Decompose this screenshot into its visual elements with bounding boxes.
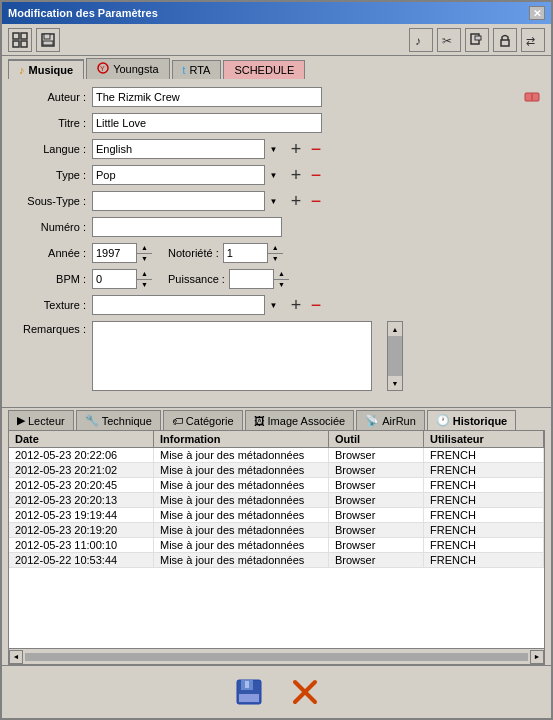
vscroll-down[interactable]: ▼ [388,376,402,390]
remarques-scrollbar[interactable]: ▲ ▼ [387,321,403,391]
th-info: Information [154,431,329,447]
texture-remove-button[interactable]: − [306,295,326,315]
numero-input[interactable] [92,217,282,237]
soustype-add-button[interactable]: + [286,191,306,211]
tab-image[interactable]: 🖼 Image Associée [245,410,355,430]
save-button[interactable] [229,672,269,712]
tab-schedule[interactable]: SCHEDULE [223,60,305,79]
td-info: Mise à jour des métadonnées [154,508,329,522]
bpm-down[interactable]: ▼ [137,280,152,290]
edit-icon [469,32,485,48]
wrench-icon: 🔧 [85,414,99,427]
vscroll-up[interactable]: ▲ [388,322,402,336]
tab-musique[interactable]: ♪ Musique [8,59,84,79]
bpm-label: BPM : [12,273,92,285]
svg-rect-21 [245,681,249,688]
tab-youngsta[interactable]: Y Youngsta [86,58,169,79]
td-date: 2012-05-23 20:21:02 [9,463,154,477]
hscroll-bar[interactable]: ◄ ► [8,649,545,665]
table-row[interactable]: 2012-05-23 20:21:02 Mise à jour des méta… [9,463,544,478]
cancel-button[interactable] [285,672,325,712]
type-remove-button[interactable]: − [306,165,326,185]
td-user: FRENCH [424,493,544,507]
notoriete-up[interactable]: ▲ [268,243,283,254]
td-user: FRENCH [424,463,544,477]
langue-remove-button[interactable]: − [306,139,326,159]
type-add-button[interactable]: + [286,165,306,185]
svg-rect-16 [531,93,533,101]
form-content: Auteur : Titre : Langue : English French… [2,79,551,407]
table-row[interactable]: 2012-05-23 20:20:13 Mise à jour des méta… [9,493,544,508]
close-button[interactable]: ✕ [529,6,545,20]
langue-row: Langue : English French Spanish ▼ + − [12,139,541,159]
title-bar: Modification des Paramètres ✕ [2,2,551,24]
toolbar-right-btn-3[interactable] [465,28,489,52]
td-outil: Browser [329,478,424,492]
th-user: Utilisateur [424,431,544,447]
table-row[interactable]: 2012-05-22 10:53:44 Mise à jour des méta… [9,553,544,568]
notoriete-down[interactable]: ▼ [268,254,283,264]
tab-lecteur[interactable]: ▶ Lecteur [8,410,74,430]
texture-add-button[interactable]: + [286,295,306,315]
type-row: Type : Pop Rock Jazz ▼ + − [12,165,541,185]
td-user: FRENCH [424,553,544,567]
hscroll-right[interactable]: ► [530,650,544,664]
annee-arrows: ▲ ▼ [136,243,152,263]
table-row[interactable]: 2012-05-23 19:19:44 Mise à jour des méta… [9,508,544,523]
remarques-row: Remarques : ▲ ▼ [12,321,541,393]
notoriete-arrows: ▲ ▼ [267,243,283,263]
annee-down[interactable]: ▼ [137,254,152,264]
save-toolbar-icon [40,32,56,48]
toolbar-right-btn-2[interactable]: ✂ [437,28,461,52]
eraser-button[interactable] [523,87,541,109]
table-row[interactable]: 2012-05-23 20:20:45 Mise à jour des méta… [9,478,544,493]
soustype-remove-button[interactable]: − [306,191,326,211]
soustype-select[interactable] [92,191,282,211]
puissance-up[interactable]: ▲ [274,269,289,280]
table-row[interactable]: 2012-05-23 11:00:10 Mise à jour des méta… [9,538,544,553]
scissors-icon: ✂ [441,32,457,48]
td-user: FRENCH [424,478,544,492]
texture-select[interactable] [92,295,282,315]
toolbar-right-btn-1[interactable]: ♪ [409,28,433,52]
soustype-row: Sous-Type : ▼ + − [12,191,541,211]
tab-technique[interactable]: 🔧 Technique [76,410,161,430]
grid-icon [12,32,28,48]
remarques-input[interactable] [92,321,372,391]
bpm-spin: ▲ ▼ [92,269,152,289]
langue-add-button[interactable]: + [286,139,306,159]
tab-airrun[interactable]: 📡 AirRun [356,410,425,430]
titre-input[interactable] [92,113,322,133]
cancel-icon [289,676,321,708]
td-info: Mise à jour des métadonnées [154,478,329,492]
table-row[interactable]: 2012-05-23 20:22:06 Mise à jour des méta… [9,448,544,463]
main-tabs: ♪ Musique Y Youngsta t RTA SCHEDULE [2,56,551,79]
svg-text:♪: ♪ [415,34,421,48]
toolbar-btn-2[interactable] [36,28,60,52]
hscroll-left[interactable]: ◄ [9,650,23,664]
hscroll-track [25,653,528,661]
toolbar-right-btn-4[interactable] [493,28,517,52]
bpm-puissance-row: BPM : ▲ ▼ Puissance : ▲ ▼ [12,269,541,289]
main-window: Modification des Paramètres ✕ ♪ [0,0,553,720]
svg-rect-1 [21,33,27,39]
annee-up[interactable]: ▲ [137,243,152,254]
toolbar-btn-1[interactable] [8,28,32,52]
puissance-down[interactable]: ▼ [274,280,289,290]
auteur-input[interactable] [92,87,322,107]
annee-notoriete-row: Année : ▲ ▼ Notoriété : ▲ ▼ [12,243,541,263]
titre-label: Titre : [12,117,92,129]
type-select[interactable]: Pop Rock Jazz [92,165,282,185]
td-outil: Browser [329,493,424,507]
td-outil: Browser [329,523,424,537]
tab-historique[interactable]: 🕐 Historique [427,410,516,430]
langue-select[interactable]: English French Spanish [92,139,282,159]
tab-airrun-label: AirRun [382,415,416,427]
puissance-label: Puissance : [168,273,225,285]
tab-categorie[interactable]: 🏷 Catégorie [163,410,243,430]
lock-icon [497,32,513,48]
table-row[interactable]: 2012-05-23 20:19:20 Mise à jour des méta… [9,523,544,538]
tab-rta[interactable]: t RTA [172,60,222,79]
bpm-up[interactable]: ▲ [137,269,152,280]
toolbar-right-btn-5[interactable]: ⇄ [521,28,545,52]
